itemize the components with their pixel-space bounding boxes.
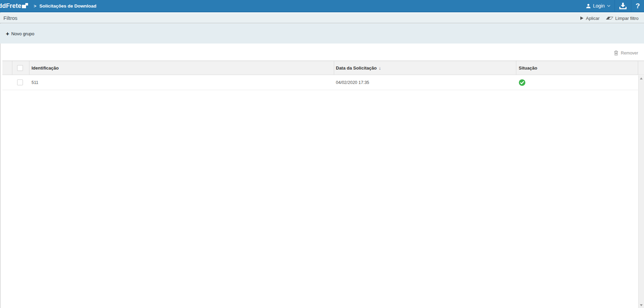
apply-filter-label: Aplicar — [586, 16, 599, 21]
download-button[interactable] — [615, 0, 631, 12]
app-logo[interactable]: ddFrete — [0, 0, 21, 12]
filters-bar: Filtros Aplicar Limpar filtro — [0, 13, 644, 23]
remove-button[interactable]: Remover — [614, 50, 638, 56]
vertical-scrollbar[interactable] — [638, 75, 644, 308]
download-requests-table: Identificação Data da Solicitação ↓ Situ… — [2, 61, 638, 90]
clear-filter-label: Limpar filtro — [615, 16, 639, 21]
row-checkbox[interactable] — [17, 79, 23, 85]
page-left-edge — [0, 12, 1, 308]
scroll-down-arrow-icon[interactable] — [640, 304, 643, 306]
row-indicator-cell — [2, 75, 12, 90]
header-request-date-label: Data da Solicitação — [336, 65, 377, 71]
plus-icon: + — [6, 31, 9, 37]
row-checkbox-cell — [12, 75, 29, 90]
help-icon: ? — [635, 0, 640, 12]
login-label: Login — [593, 3, 605, 9]
chevron-down-icon — [607, 5, 610, 7]
table-body: 511 04/02/2020 17:35 — [2, 75, 638, 90]
login-menu[interactable]: Login — [582, 0, 615, 12]
header-identification-label: Identificação — [31, 65, 59, 71]
sort-desc-icon: ↓ — [379, 65, 381, 71]
header-status-label: Situação — [519, 65, 537, 71]
logo-mark-icon — [22, 3, 29, 9]
row-status-cell — [516, 75, 638, 90]
eraser-icon — [606, 17, 613, 20]
success-icon — [519, 79, 526, 86]
new-group-label: Novo grupo — [11, 31, 34, 36]
help-button[interactable]: ? — [631, 0, 644, 12]
download-icon — [619, 2, 627, 10]
breadcrumb-chevron-icon: > — [34, 3, 36, 9]
trash-icon — [614, 50, 618, 56]
header-checkbox-column — [12, 61, 29, 75]
header-identification[interactable]: Identificação — [29, 61, 334, 75]
row-identification-cell: 511 — [29, 75, 334, 90]
apply-filter-button[interactable]: Aplicar — [580, 16, 599, 21]
filters-title: Filtros — [3, 15, 17, 21]
play-icon — [580, 16, 583, 20]
user-icon — [586, 3, 591, 9]
new-group-button[interactable]: + Novo grupo — [6, 31, 34, 37]
table-header-row: Identificação Data da Solicitação ↓ Situ… — [2, 61, 638, 75]
header-status[interactable]: Situação — [516, 61, 638, 75]
remove-label: Remover — [621, 51, 638, 56]
filter-group-band: + Novo grupo — [0, 24, 644, 44]
clear-filter-button[interactable]: Limpar filtro — [607, 16, 639, 21]
solicitacoes-download-page: ddFrete > Solicitações de Download Login — [0, 0, 644, 308]
row-request-date-cell: 04/02/2020 17:35 — [334, 75, 516, 90]
header-extension — [638, 61, 644, 75]
header-request-date[interactable]: Data da Solicitação ↓ — [334, 61, 516, 75]
topbar-actions: Login ? — [582, 0, 644, 12]
scroll-up-arrow-icon[interactable] — [640, 77, 643, 79]
top-bar: ddFrete > Solicitações de Download Login — [0, 0, 644, 12]
breadcrumb[interactable]: Solicitações de Download — [39, 3, 97, 9]
filters-actions: Aplicar Limpar filtro — [580, 13, 639, 23]
header-indicator-column — [2, 61, 12, 75]
select-all-checkbox[interactable] — [17, 65, 23, 71]
table-row[interactable]: 511 04/02/2020 17:35 — [2, 75, 638, 90]
